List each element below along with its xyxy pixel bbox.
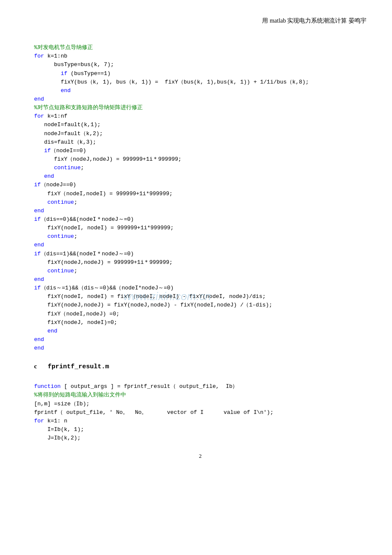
header-text: 用 matlab 实现电力系统潮流计算 晏鸣宇 (262, 17, 366, 24)
code-section-2: function [ output_args ] = fprintf_resul… (34, 374, 366, 442)
page-header: 用 matlab 实现电力系统潮流计算 晏鸣宇 (34, 17, 366, 25)
page-number: 2 (199, 453, 202, 459)
comment-generator: %对发电机节点导纳修正 (34, 44, 93, 51)
kw-for-1: for (34, 53, 44, 59)
section-filename: fprintf_result.m (48, 363, 109, 370)
code-section-1: %对发电机节点导纳修正 for k=1:nb busType=bus(k, 7)… (34, 35, 366, 353)
page-footer: 2 (34, 453, 366, 460)
section-letter: c (34, 363, 41, 370)
section-c-header: c fprintf_result.m (34, 363, 366, 370)
